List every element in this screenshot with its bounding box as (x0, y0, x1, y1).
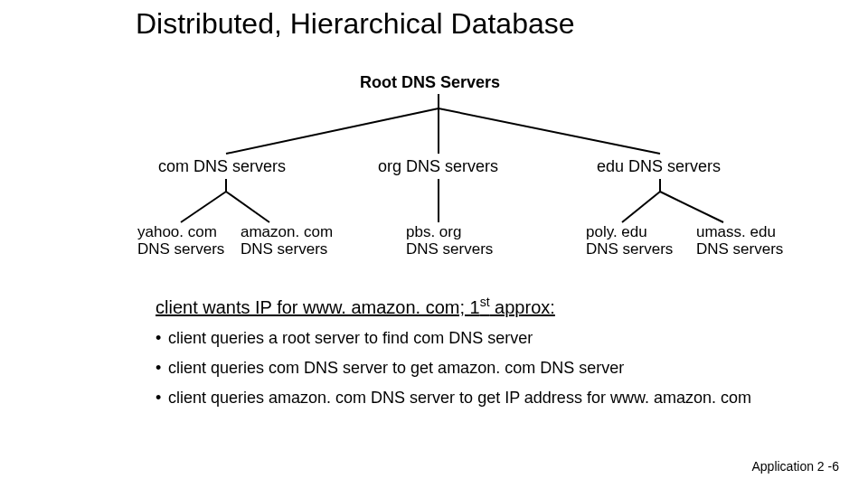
svg-line-3 (439, 108, 660, 154)
leaf-amazon-line2: DNS servers (241, 240, 327, 258)
body-heading: client wants IP for www. amazon. com; 1s… (156, 294, 788, 320)
bullet-2: client queries com DNS server to get ama… (156, 357, 788, 380)
leaf-poly: poly. edu DNS servers (586, 224, 673, 258)
bullet-1: client queries a root server to find com… (156, 327, 788, 350)
leaf-pbs-line2: DNS servers (406, 240, 493, 258)
node-com: com DNS servers (158, 158, 286, 176)
body-text: client wants IP for www. amazon. com; 1s… (156, 294, 788, 417)
slide: Distributed, Hierarchical Database Root … (0, 0, 868, 488)
leaf-amazon-line1: amazon. com (241, 223, 333, 240)
leaf-umass: umass. edu DNS servers (696, 224, 783, 258)
slide-footer: Application 2 -6 (751, 459, 839, 474)
body-heading-pre: client wants IP for www. amazon. com; 1 (156, 297, 480, 317)
leaf-yahoo-line1: yahoo. com (137, 223, 217, 240)
body-bullets: client queries a root server to find com… (156, 327, 788, 410)
leaf-pbs-line1: pbs. org (406, 223, 461, 240)
leaf-pbs: pbs. org DNS servers (406, 224, 493, 258)
svg-line-10 (622, 192, 660, 222)
node-root: Root DNS Servers (360, 74, 500, 92)
leaf-umass-line2: DNS servers (696, 240, 783, 258)
leaf-yahoo-line2: DNS servers (137, 240, 224, 258)
leaf-umass-line1: umass. edu (696, 223, 776, 240)
leaf-poly-line1: poly. edu (586, 223, 647, 240)
leaf-yahoo: yahoo. com DNS servers (137, 224, 224, 258)
bullet-3: client queries amazon. com DNS server to… (156, 387, 788, 409)
svg-line-5 (181, 192, 226, 222)
body-heading-post: approx: (490, 297, 555, 317)
slide-title: Distributed, Hierarchical Database (136, 7, 575, 41)
svg-line-6 (226, 192, 269, 222)
leaf-poly-line2: DNS servers (586, 240, 673, 258)
svg-line-11 (660, 192, 723, 222)
node-edu: edu DNS servers (597, 158, 721, 176)
leaf-amazon: amazon. com DNS servers (241, 224, 333, 258)
body-heading-sup: st (480, 295, 490, 309)
svg-line-1 (226, 108, 439, 154)
node-org: org DNS servers (378, 158, 498, 176)
